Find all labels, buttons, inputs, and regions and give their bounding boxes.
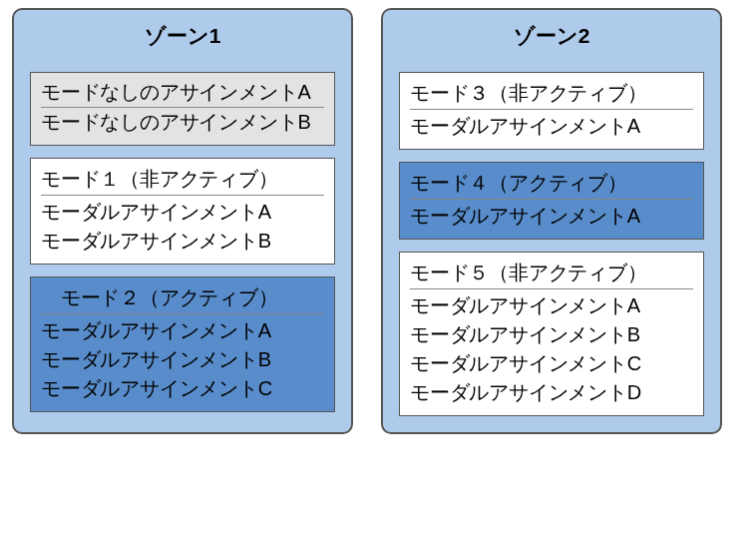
mode-1-block: モード１（非アクティブ） モーダルアサインメントA モーダルアサインメントB (30, 158, 335, 265)
assignment: モーダルアサインメントA (41, 316, 324, 345)
assignment: モーダルアサインメントD (410, 378, 693, 407)
assignment: モードなしのアサインメントB (41, 108, 324, 137)
mode-header: モード３（非アクティブ） (410, 78, 693, 110)
mode-2-block: モード２（アクティブ） モーダルアサインメントA モーダルアサインメントB モー… (30, 276, 335, 412)
assignment: モーダルアサインメントA (41, 198, 324, 227)
assignment: モーダルアサインメントB (41, 345, 324, 374)
zone-1: ゾーン1 モードなしのアサインメントA モードなしのアサインメントB モード１（… (12, 8, 353, 434)
assignment: モーダルアサインメントA (410, 291, 693, 320)
assignment: モーダルアサインメントC (41, 374, 324, 403)
mode-header: モード２（アクティブ） (41, 282, 324, 314)
modeless-block: モードなしのアサインメントA モードなしのアサインメントB (30, 72, 335, 146)
zone-title: ゾーン2 (399, 22, 704, 50)
assignment: モーダルアサインメントA (410, 202, 693, 231)
assignment: モーダルアサインメントB (41, 227, 324, 256)
assignment: モーダルアサインメントA (410, 112, 693, 141)
mode-4-block: モード４（アクティブ） モーダルアサインメントA (399, 162, 704, 240)
zone-2: ゾーン2 モード３（非アクティブ） モーダルアサインメントA モード４（アクティ… (381, 8, 722, 434)
assignment: モードなしのアサインメントA (41, 78, 324, 108)
assignment: モーダルアサインメントC (410, 349, 693, 378)
mode-3-block: モード３（非アクティブ） モーダルアサインメントA (399, 72, 704, 150)
mode-header: モード５（非アクティブ） (410, 258, 693, 289)
mode-header: モード４（アクティブ） (410, 168, 693, 200)
mode-header: モード１（非アクティブ） (41, 164, 324, 196)
zone-title: ゾーン1 (30, 22, 335, 50)
mode-5-block: モード５（非アクティブ） モーダルアサインメントA モーダルアサインメントB モ… (399, 252, 704, 416)
zones-container: ゾーン1 モードなしのアサインメントA モードなしのアサインメントB モード１（… (12, 8, 744, 434)
assignment: モーダルアサインメントB (410, 320, 693, 349)
